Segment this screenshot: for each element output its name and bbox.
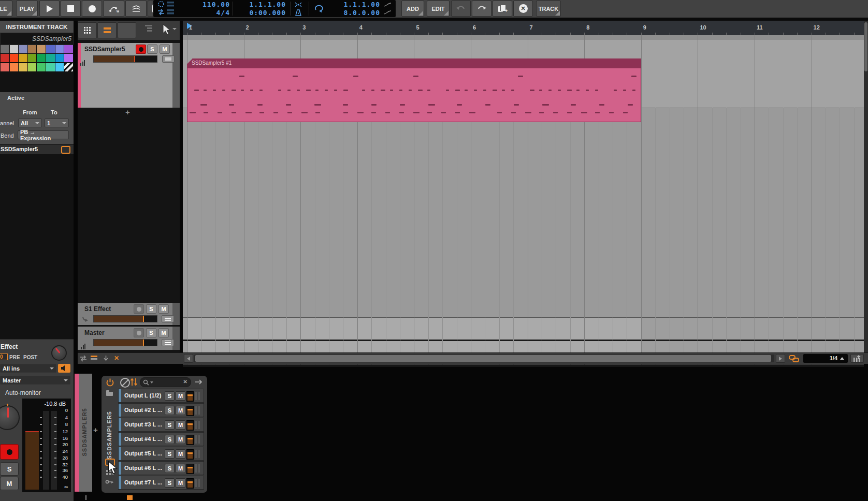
- groove-icon[interactable]: [157, 1, 175, 8]
- automation-write-button[interactable]: w: [103, 1, 124, 17]
- time-value[interactable]: 0:00.000: [249, 9, 286, 17]
- chain-mute-button[interactable]: M: [176, 406, 185, 415]
- bend-mode-button[interactable]: PB → Expression: [18, 130, 69, 139]
- shrink-lane-icon[interactable]: [103, 355, 109, 362]
- output-chain-row[interactable]: Output #3 L ...SM: [118, 418, 204, 432]
- arm-record-button[interactable]: [0, 444, 19, 460]
- play-menu-button[interactable]: PLAY: [16, 1, 38, 17]
- chain-mini-fader[interactable]: [186, 435, 194, 445]
- scroll-right-button[interactable]: [776, 354, 785, 363]
- color-swatch[interactable]: [37, 54, 46, 62]
- device-row[interactable]: SSDSampler5: [0, 144, 74, 154]
- grid-resolution-display[interactable]: 1/4: [803, 354, 848, 363]
- output-chain-row[interactable]: Output #6 L ...SM: [118, 461, 204, 475]
- pointer-tool-icon[interactable]: [162, 24, 171, 35]
- chain-mute-button[interactable]: M: [176, 391, 185, 401]
- lane-grid-icon[interactable]: [91, 356, 97, 360]
- track-volume-fader[interactable]: [93, 339, 157, 346]
- color-swatch[interactable]: [55, 63, 64, 71]
- tempo-value[interactable]: 110.00: [202, 1, 230, 8]
- color-swatch[interactable]: [19, 54, 27, 62]
- cancel-button[interactable]: ✕: [513, 1, 533, 17]
- clip-header[interactable]: SSDSampler5 #1: [187, 58, 641, 68]
- track-menu-button[interactable]: [162, 315, 174, 322]
- play-button[interactable]: [39, 1, 60, 17]
- undo-button[interactable]: [451, 1, 471, 17]
- track-arm-button[interactable]: [136, 45, 146, 54]
- active-label[interactable]: Active: [7, 95, 24, 101]
- effect-lane[interactable]: [183, 317, 864, 340]
- chain-mini-fader[interactable]: [186, 406, 194, 416]
- color-swatch[interactable]: [1, 63, 9, 71]
- key-mapping-icon[interactable]: [105, 479, 114, 484]
- search-clear-icon[interactable]: ✕: [183, 379, 187, 385]
- redo-button[interactable]: [472, 1, 491, 17]
- channel-to-dropdown[interactable]: 1: [45, 119, 69, 127]
- sampler-device-panel[interactable]: SSDSAMPLER5 ✕ Output L (1/2)SMOutput #2 …: [102, 376, 207, 493]
- color-swatch[interactable]: [55, 45, 64, 53]
- swing-icon[interactable]: [157, 9, 175, 16]
- duplicate-button[interactable]: +: [493, 1, 512, 17]
- horizontal-scrollbar-thumb[interactable]: [195, 355, 771, 362]
- color-swatch[interactable]: [55, 54, 64, 62]
- extra-view-button[interactable]: [118, 22, 136, 38]
- chain-next-icon[interactable]: [195, 379, 203, 385]
- channel-from-dropdown[interactable]: All: [18, 119, 42, 127]
- time-signature-value[interactable]: 4/4: [216, 9, 230, 17]
- loop-start-value[interactable]: 1.1.1.00: [343, 1, 380, 8]
- chain-mini-fader[interactable]: [186, 478, 194, 489]
- chain-solo-button[interactable]: S: [165, 435, 175, 444]
- chain-solo-button[interactable]: S: [165, 420, 175, 430]
- midi-clip[interactable]: SSDSampler5 #1: [187, 58, 641, 122]
- color-swatch[interactable]: [10, 63, 19, 71]
- add-button[interactable]: ADD: [401, 1, 424, 17]
- chain-mini-fader[interactable]: [186, 391, 194, 402]
- output-chain-row[interactable]: Output L (1/2)SM: [118, 389, 204, 403]
- color-swatch[interactable]: [1, 45, 9, 53]
- chain-solo-button[interactable]: S: [165, 406, 175, 415]
- loop-length-value[interactable]: 8.0.0.00: [343, 9, 380, 17]
- empty-lane-area[interactable]: [183, 108, 864, 318]
- link-zoom-icon[interactable]: [789, 355, 800, 363]
- mute-button[interactable]: M: [0, 477, 19, 490]
- input-select-dropdown[interactable]: All ins: [0, 364, 56, 373]
- chain-solo-button[interactable]: S: [165, 391, 175, 401]
- file-menu-button[interactable]: ILE: [0, 1, 12, 17]
- color-swatch[interactable]: [1, 54, 9, 62]
- tool-dropdown-caret[interactable]: [172, 28, 177, 30]
- track-row[interactable]: S1 Effect S M: [78, 303, 180, 325]
- color-swatch[interactable]: [28, 45, 37, 53]
- device-preset-folder-icon[interactable]: [106, 390, 113, 396]
- solo-button[interactable]: S: [0, 462, 19, 476]
- pre-toggle[interactable]: PRE: [9, 355, 20, 360]
- color-swatch[interactable]: [28, 63, 37, 71]
- track-volume-fader[interactable]: [93, 315, 157, 322]
- arranger-lanes[interactable]: SSDSampler5 #1: [183, 35, 864, 352]
- record-button[interactable]: [82, 1, 102, 17]
- track-mute-button[interactable]: M: [158, 328, 169, 337]
- track-menu-button[interactable]: TRACK: [536, 1, 561, 17]
- horizontal-scrollbar[interactable]: [194, 355, 774, 362]
- output-select-dropdown[interactable]: Master: [0, 376, 70, 385]
- send-index-badge[interactable]: 0: [0, 353, 8, 360]
- vertical-scrollbar-thumb[interactable]: [864, 22, 867, 71]
- color-swatch[interactable]: [10, 54, 19, 62]
- output-chain-row[interactable]: Output #5 L ...SM: [118, 447, 204, 461]
- device-track-header[interactable]: SSDSAMPLER5: [79, 374, 92, 492]
- clear-selection-icon[interactable]: ✕: [114, 355, 119, 362]
- position-value[interactable]: 1.1.1.00: [249, 1, 286, 8]
- follow-playback-button[interactable]: [850, 354, 864, 363]
- layers-button[interactable]: [125, 1, 147, 17]
- color-swatch[interactable]: [28, 54, 37, 62]
- color-swatch[interactable]: [46, 45, 55, 53]
- output-chain-row[interactable]: Output #2 L ...SM: [118, 403, 204, 417]
- color-swatch[interactable]: [46, 54, 55, 62]
- color-swatch[interactable]: [10, 45, 19, 53]
- output-chain-row[interactable]: Output #4 L ...SM: [118, 432, 204, 446]
- search-filter-caret[interactable]: [150, 381, 153, 384]
- track-mute-button[interactable]: M: [158, 304, 169, 314]
- add-track-icon[interactable]: +: [125, 110, 130, 115]
- chain-mute-button[interactable]: M: [176, 435, 185, 444]
- chain-search-field[interactable]: ✕: [140, 377, 191, 387]
- effect-send-knob[interactable]: [51, 345, 67, 361]
